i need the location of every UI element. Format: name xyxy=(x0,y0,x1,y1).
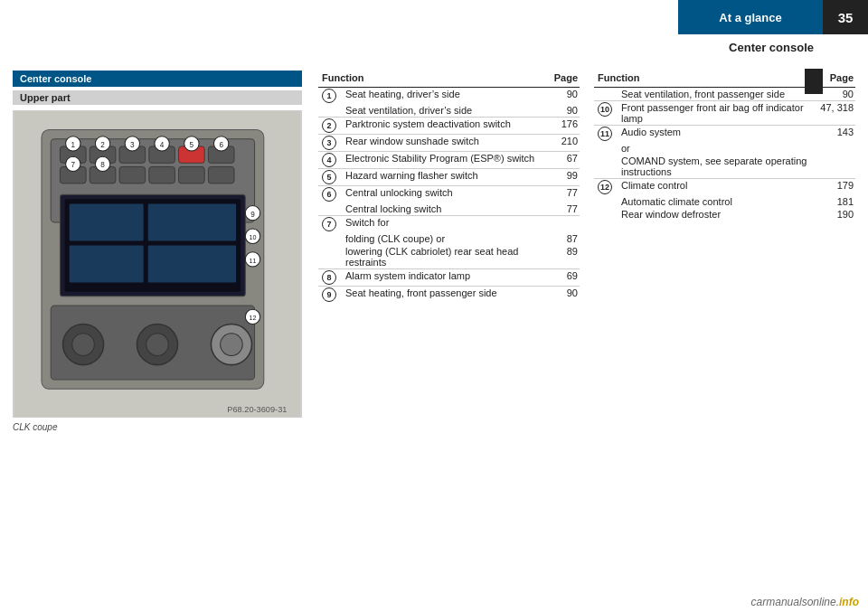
svg-point-47 xyxy=(146,334,169,356)
table-row: 6Central unlocking switch77 xyxy=(318,186,580,203)
row-page: 143 xyxy=(816,126,855,143)
row-page: 47, 318 xyxy=(816,101,855,126)
main-content: Center console Upper part xyxy=(0,60,868,612)
sub-header: Center console xyxy=(0,34,868,60)
left-table-panel: Function Page 1Seat heating, driver’s si… xyxy=(318,71,580,605)
svg-text:11: 11 xyxy=(250,258,257,265)
table-row: 1Seat heating, driver’s side90 xyxy=(318,88,580,105)
table-row: Central locking switch77 xyxy=(318,202,580,216)
table-row: Rear window defroster190 xyxy=(594,208,855,221)
row-function: folding (CLK coupe) or xyxy=(342,232,551,245)
svg-text:1: 1 xyxy=(71,141,76,149)
row-number xyxy=(594,142,618,155)
row-page: 190 xyxy=(816,208,855,221)
row-number: 9 xyxy=(318,287,342,304)
svg-rect-11 xyxy=(119,166,146,183)
svg-text:6: 6 xyxy=(219,141,223,149)
svg-text:4: 4 xyxy=(160,141,165,149)
row-page: 90 xyxy=(551,104,580,118)
row-function: Rear window defroster xyxy=(618,208,816,221)
row-number xyxy=(318,245,342,269)
svg-text:7: 7 xyxy=(71,161,76,169)
row-page: 99 xyxy=(551,169,580,186)
table-row: folding (CLK coupe) or87 xyxy=(318,232,580,245)
table-row: 4Electronic Stability Program (ESP®) swi… xyxy=(318,152,580,169)
row-number: 2 xyxy=(318,118,342,135)
row-number: 7 xyxy=(318,216,342,233)
row-function: Climate control xyxy=(618,179,816,196)
svg-point-49 xyxy=(221,334,243,356)
table-row: or xyxy=(594,142,855,155)
watermark-text: carmanualsonline. xyxy=(751,596,839,608)
row-page: 90 xyxy=(816,88,855,101)
table-row: 9Seat heating, front passenger side90 xyxy=(318,287,580,304)
sub-header-title: Center console xyxy=(729,41,814,54)
table-row: lowering (CLK cabriolet) rear seat head … xyxy=(318,245,580,269)
tables-area: Function Page 1Seat heating, driver’s si… xyxy=(318,71,855,605)
svg-rect-34 xyxy=(148,203,236,240)
row-number xyxy=(318,202,342,216)
row-page: 176 xyxy=(551,118,580,135)
right-table-panel: Function Page Seat ventilation, front pa… xyxy=(594,71,855,605)
svg-text:8: 8 xyxy=(100,161,105,169)
svg-rect-33 xyxy=(70,203,144,240)
table-row: Automatic climate control181 xyxy=(594,195,855,208)
row-function: lowering (CLK cabriolet) rear seat head … xyxy=(342,245,551,269)
row-number xyxy=(318,104,342,118)
row-number: 4 xyxy=(318,152,342,169)
row-number xyxy=(318,232,342,245)
svg-point-45 xyxy=(72,334,95,356)
svg-rect-14 xyxy=(208,166,234,183)
svg-rect-13 xyxy=(179,166,205,183)
svg-text:9: 9 xyxy=(250,211,255,219)
table-row: 7Switch for xyxy=(318,216,580,233)
function-table-right: Function Page Seat ventilation, front pa… xyxy=(594,71,855,221)
row-number xyxy=(594,88,618,101)
row-function: Audio system xyxy=(618,126,816,143)
table-row: Seat ventilation, driver’s side90 xyxy=(318,104,580,118)
table-row: 12Climate control179 xyxy=(594,179,855,196)
page-number: 35 xyxy=(823,0,868,34)
row-number: 1 xyxy=(318,88,342,105)
row-function: Central unlocking switch xyxy=(342,186,551,203)
row-number: 3 xyxy=(318,135,342,152)
svg-rect-12 xyxy=(149,166,175,183)
row-page: 87 xyxy=(551,232,580,245)
svg-rect-36 xyxy=(148,246,236,283)
row-page: 179 xyxy=(816,179,855,196)
row-number xyxy=(594,208,618,221)
row-page xyxy=(816,142,855,155)
row-function: Electronic Stability Program (ESP®) swit… xyxy=(342,152,551,169)
row-page: 181 xyxy=(816,195,855,208)
function-table-left: Function Page 1Seat heating, driver’s si… xyxy=(318,71,580,303)
row-page: 67 xyxy=(551,152,580,169)
left-panel: Center console Upper part xyxy=(13,71,302,605)
row-number: 11 xyxy=(594,126,618,143)
row-function: Seat heating, front passenger side xyxy=(342,287,551,304)
row-page: 89 xyxy=(551,245,580,269)
svg-text:P68.20-3609-31: P68.20-3609-31 xyxy=(227,405,287,414)
table-row: 8Alarm system indicator lamp69 xyxy=(318,269,580,287)
row-number xyxy=(594,155,618,179)
watermark-brand: info xyxy=(839,596,859,608)
row-number xyxy=(594,195,618,208)
svg-text:3: 3 xyxy=(130,141,135,149)
row-page: 210 xyxy=(551,135,580,152)
row-number: 5 xyxy=(318,169,342,186)
row-page: 77 xyxy=(551,202,580,216)
row-function: Seat ventilation, front passenger side xyxy=(618,88,816,101)
col-function-right: Function xyxy=(594,71,816,88)
image-caption: CLK coupe xyxy=(13,422,302,432)
row-page: 90 xyxy=(551,88,580,105)
table-row: 10Front passenger front air bag off indi… xyxy=(594,101,855,126)
car-image: 1 2 3 4 5 6 7 8 xyxy=(13,110,302,418)
svg-rect-35 xyxy=(70,246,144,283)
row-page: 77 xyxy=(551,186,580,203)
row-function: Seat ventilation, driver’s side xyxy=(342,104,551,118)
row-function: Seat heating, driver’s side xyxy=(342,88,551,105)
row-page: 90 xyxy=(551,287,580,304)
row-function: COMAND system, see separate operating in… xyxy=(618,155,816,179)
svg-text:5: 5 xyxy=(190,141,194,149)
row-function: Hazard warning flasher switch xyxy=(342,169,551,186)
row-function: Parktronic system deactivation switch xyxy=(342,118,551,135)
